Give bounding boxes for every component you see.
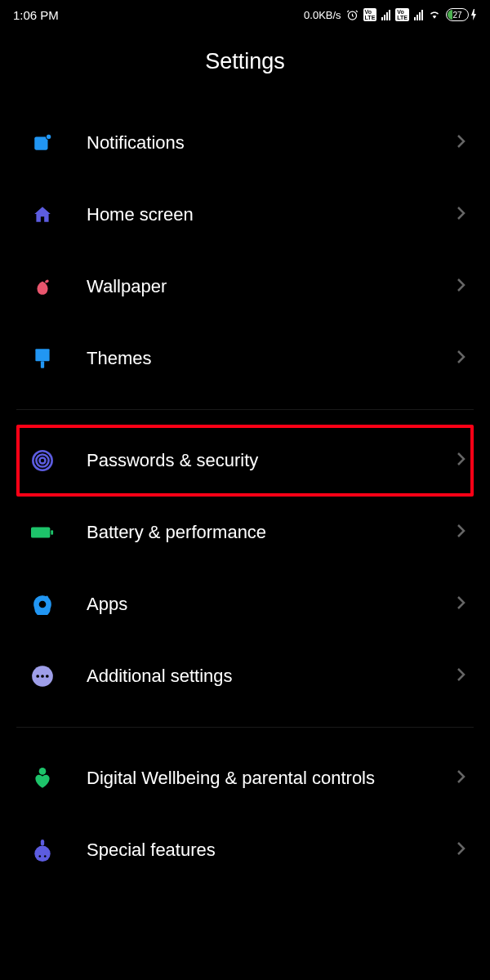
settings-list: Notifications Home screen Wallpaper Them… xyxy=(0,107,490,886)
settings-item-digital-wellbeing[interactable]: Digital Wellbeing & parental controls xyxy=(16,742,474,814)
item-label: Wallpaper xyxy=(87,275,456,299)
themes-icon xyxy=(31,347,54,370)
item-label: Home screen xyxy=(87,203,456,227)
settings-item-passwords-security[interactable]: Passwords & security xyxy=(16,425,474,497)
svg-rect-19 xyxy=(41,840,44,846)
chevron-right-icon xyxy=(456,349,466,368)
svg-point-8 xyxy=(36,454,48,466)
svg-rect-6 xyxy=(41,361,44,368)
signal-icon-1 xyxy=(381,9,390,20)
settings-item-themes[interactable]: Themes xyxy=(16,323,474,394)
divider xyxy=(16,727,474,728)
chevron-right-icon xyxy=(456,768,466,788)
settings-item-additional-settings[interactable]: Additional settings xyxy=(16,640,474,712)
special-features-icon xyxy=(31,839,54,862)
svg-rect-11 xyxy=(51,530,53,535)
settings-item-home-screen[interactable]: Home screen xyxy=(16,179,474,251)
status-bar: 1:06 PM 0.0KB/s VoLTE VoLTE 27 xyxy=(0,0,490,29)
settings-item-notifications[interactable]: Notifications xyxy=(16,107,474,179)
volte-icon-1: VoLTE xyxy=(363,8,377,21)
svg-point-22 xyxy=(44,855,47,858)
chevron-right-icon xyxy=(456,840,466,860)
apps-icon xyxy=(31,593,54,616)
svg-point-15 xyxy=(36,675,39,678)
item-label: Additional settings xyxy=(87,665,456,688)
charging-icon xyxy=(470,9,477,20)
settings-item-apps[interactable]: Apps xyxy=(16,568,474,640)
svg-point-16 xyxy=(41,675,44,678)
svg-point-13 xyxy=(39,601,47,608)
status-time: 1:06 PM xyxy=(13,8,59,22)
home-icon xyxy=(31,203,54,226)
wifi-icon xyxy=(428,9,441,20)
svg-point-3 xyxy=(47,135,51,139)
chevron-right-icon xyxy=(456,133,466,153)
settings-item-battery-performance[interactable]: Battery & performance xyxy=(16,497,474,568)
divider xyxy=(16,409,474,410)
svg-point-20 xyxy=(34,846,50,862)
chevron-right-icon xyxy=(456,666,466,686)
page-title: Settings xyxy=(0,29,490,107)
chevron-right-icon xyxy=(456,205,466,225)
svg-rect-5 xyxy=(35,349,49,361)
wellbeing-icon xyxy=(31,767,54,790)
item-label: Themes xyxy=(87,347,456,371)
battery-indicator: 27 xyxy=(446,8,477,21)
item-label: Special features xyxy=(87,839,456,862)
chevron-right-icon xyxy=(456,277,466,296)
more-icon xyxy=(31,665,54,688)
item-label: Battery & performance xyxy=(87,521,456,545)
chevron-right-icon xyxy=(456,451,466,470)
signal-icon-2 xyxy=(414,9,423,20)
chevron-right-icon xyxy=(456,595,466,614)
svg-rect-1 xyxy=(34,136,47,149)
settings-item-special-features[interactable]: Special features xyxy=(16,814,474,886)
item-label: Digital Wellbeing & parental controls xyxy=(87,767,456,791)
svg-point-4 xyxy=(45,279,50,283)
data-speed: 0.0KB/s xyxy=(304,9,341,21)
status-indicators: 0.0KB/s VoLTE VoLTE 27 xyxy=(304,8,477,21)
wallpaper-icon xyxy=(31,275,54,298)
svg-point-21 xyxy=(38,855,41,858)
chevron-right-icon xyxy=(456,523,466,542)
notifications-icon xyxy=(31,131,54,154)
svg-rect-10 xyxy=(31,527,50,537)
settings-item-wallpaper[interactable]: Wallpaper xyxy=(16,251,474,323)
svg-point-9 xyxy=(40,458,46,464)
svg-point-18 xyxy=(39,768,47,775)
item-label: Apps xyxy=(87,593,456,617)
item-label: Notifications xyxy=(87,131,456,155)
fingerprint-icon xyxy=(31,449,54,472)
volte-icon-2: VoLTE xyxy=(395,8,409,21)
battery-icon xyxy=(31,521,54,544)
svg-point-17 xyxy=(46,675,49,678)
alarm-icon xyxy=(346,9,359,21)
item-label: Passwords & security xyxy=(87,449,456,473)
